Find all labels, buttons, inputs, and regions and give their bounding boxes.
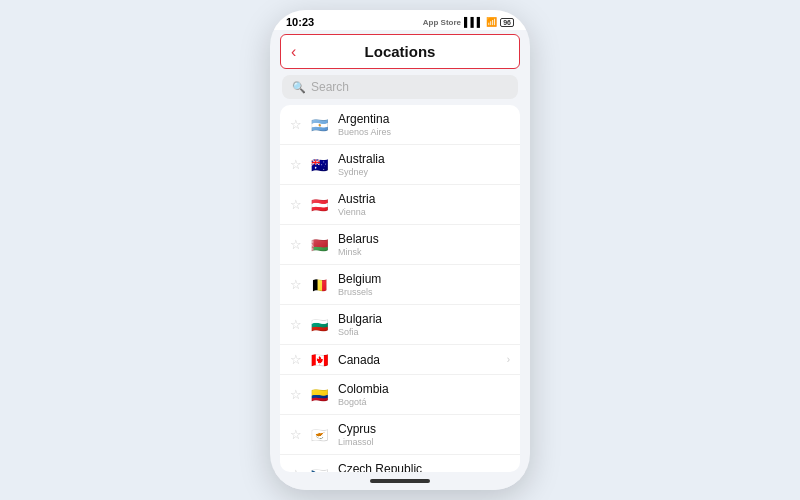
favorite-star[interactable]: ☆ [290,117,302,132]
flag-icon: 🇧🇾 [308,237,330,252]
page-title: Locations [365,43,436,60]
battery-indicator: 96 [500,18,514,27]
list-item[interactable]: ☆ 🇨🇦 Canada › [280,345,520,375]
favorite-star[interactable]: ☆ [290,427,302,442]
country-name: Belarus [338,232,510,246]
country-name: Cyprus [338,422,510,436]
country-name: Belgium [338,272,510,286]
country-info: Belgium Brussels [338,272,510,297]
flag-icon: 🇨🇾 [308,427,330,442]
locations-list: ☆ 🇦🇷 Argentina Buenos Aires ☆ 🇦🇺 Austral… [280,105,520,472]
list-item[interactable]: ☆ 🇧🇾 Belarus Minsk [280,225,520,265]
country-name: Canada [338,353,507,367]
search-bar[interactable]: 🔍 Search [282,75,518,99]
country-info: Canada [338,353,507,367]
country-info: Colombia Bogotá [338,382,510,407]
country-name: Australia [338,152,510,166]
list-item[interactable]: ☆ 🇦🇹 Austria Vienna [280,185,520,225]
app-store-label: App Store [423,18,461,27]
home-bar [370,479,430,483]
city-name: Minsk [338,247,510,257]
signal-icon: ▌▌▌ [464,17,483,27]
favorite-star[interactable]: ☆ [290,387,302,402]
back-button[interactable]: ‹ [291,43,296,61]
flag-icon: 🇨🇦 [308,352,330,367]
flag-icon: 🇦🇷 [308,117,330,132]
country-info: Cyprus Limassol [338,422,510,447]
city-name: Vienna [338,207,510,217]
country-info: Australia Sydney [338,152,510,177]
city-name: Bogotá [338,397,510,407]
country-name: Argentina [338,112,510,126]
favorite-star[interactable]: ☆ [290,352,302,367]
home-indicator [270,472,530,490]
navigation-header: ‹ Locations [280,34,520,69]
list-item[interactable]: ☆ 🇦🇺 Australia Sydney [280,145,520,185]
country-name: Czech Republic [338,462,510,472]
wifi-icon: 📶 [486,17,497,27]
status-icons: App Store ▌▌▌ 📶 96 [423,17,514,27]
flag-icon: 🇧🇬 [308,317,330,332]
city-name: Brussels [338,287,510,297]
city-name: Sofia [338,327,510,337]
list-item[interactable]: ☆ 🇦🇷 Argentina Buenos Aires [280,105,520,145]
list-item[interactable]: ☆ 🇨🇴 Colombia Bogotá [280,375,520,415]
favorite-star[interactable]: ☆ [290,237,302,252]
status-bar: 10:23 App Store ▌▌▌ 📶 96 [270,10,530,30]
flag-icon: 🇦🇹 [308,197,330,212]
country-info: Argentina Buenos Aires [338,112,510,137]
phone-frame: 10:23 App Store ▌▌▌ 📶 96 ‹ Locations 🔍 S… [270,10,530,490]
favorite-star[interactable]: ☆ [290,317,302,332]
list-item[interactable]: ☆ 🇧🇬 Bulgaria Sofia [280,305,520,345]
favorite-star[interactable]: ☆ [290,197,302,212]
favorite-star[interactable]: ☆ [290,277,302,292]
search-input[interactable]: Search [311,80,349,94]
country-info: Bulgaria Sofia [338,312,510,337]
country-name: Austria [338,192,510,206]
city-name: Sydney [338,167,510,177]
country-info: Czech Republic Prague [338,462,510,472]
country-info: Austria Vienna [338,192,510,217]
list-item[interactable]: ☆ 🇨🇾 Cyprus Limassol [280,415,520,455]
country-name: Bulgaria [338,312,510,326]
country-info: Belarus Minsk [338,232,510,257]
flag-icon: 🇨🇴 [308,387,330,402]
flag-icon: 🇦🇺 [308,157,330,172]
country-name: Colombia [338,382,510,396]
list-item[interactable]: ☆ 🇨🇿 Czech Republic Prague [280,455,520,472]
chevron-right-icon: › [507,354,510,365]
status-time: 10:23 [286,16,314,28]
favorite-star[interactable]: ☆ [290,157,302,172]
flag-icon: 🇧🇪 [308,277,330,292]
city-name: Buenos Aires [338,127,510,137]
search-icon: 🔍 [292,81,306,94]
city-name: Limassol [338,437,510,447]
list-item[interactable]: ☆ 🇧🇪 Belgium Brussels [280,265,520,305]
